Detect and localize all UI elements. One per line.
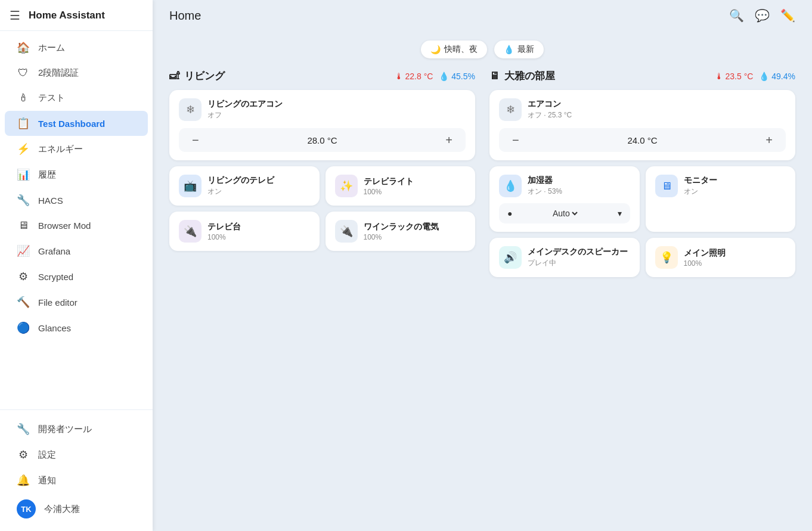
device-icon: 🔌 <box>179 220 202 243</box>
device-status: オフ <box>207 110 283 120</box>
device-card-tv-living[interactable]: 📺 リビングのテレビ オン <box>169 166 320 206</box>
sidebar-item-2fa[interactable]: 🛡2段階認証 <box>5 61 148 85</box>
sidebar-item-file-editor[interactable]: 🔨File editor <box>5 290 148 315</box>
device-header: ✨ テレビライト 100% <box>335 175 466 197</box>
sidebar-item-home[interactable]: 🏠ホーム <box>5 35 148 60</box>
device-card-main-light[interactable]: 💡 メイン照明 100% <box>646 238 796 277</box>
2fa-icon: 🛡 <box>17 67 30 79</box>
topbar-actions: 🔍 💬 ✏️ <box>729 8 795 23</box>
device-card-humidifier[interactable]: 💧 加湿器 オン · 53% ● Auto ▾ <box>489 166 640 232</box>
sidebar-item-user[interactable]: TK 今浦大雅 <box>5 493 148 524</box>
hacs-icon: 🔧 <box>17 194 30 207</box>
room-title: 🛋 リビング <box>169 69 225 83</box>
browser-mod-icon: 🖥 <box>17 219 30 232</box>
device-header: 📺 リビングのテレビ オン <box>179 175 310 197</box>
sidebar-item-scrypted[interactable]: ⚙Scrypted <box>5 264 148 289</box>
room-icon: 🛋 <box>169 70 179 82</box>
room-living: 🛋 リビング 🌡 22.8 °C 💧 45.5% ❄ リビングのエアコン オフ … <box>169 69 475 277</box>
sidebar-item-label: 通知 <box>38 475 56 486</box>
gear-icon: ⚙ <box>17 448 30 461</box>
device-info: テレビライト 100% <box>364 176 414 196</box>
device-status: オフ · 25.3 °C <box>528 110 572 120</box>
temp-minus-button[interactable]: − <box>187 133 204 147</box>
page-title: Home <box>169 9 201 23</box>
device-status: オン · 53% <box>528 187 562 197</box>
home-icon: 🏠 <box>17 41 30 54</box>
device-name: メイン照明 <box>684 248 726 259</box>
humidifier-select-control: ● Auto ▾ <box>499 203 630 223</box>
device-header: 💧 加湿器 オン · 53% <box>499 175 630 197</box>
device-header: ❄ エアコン オフ · 25.3 °C <box>499 98 786 121</box>
droplet-icon: 💧 <box>504 45 514 54</box>
room-name: リビング <box>184 69 225 83</box>
search-button[interactable]: 🔍 <box>729 8 744 23</box>
device-name: 加湿器 <box>528 175 562 186</box>
sidebar-item-history[interactable]: 📊履歴 <box>5 162 148 187</box>
temp-minus-button[interactable]: − <box>507 133 524 147</box>
devices-grid: ❄ エアコン オフ · 25.3 °C − 24.0 °C + 💧 加湿器 オン… <box>489 90 795 277</box>
sidebar-item-label: 開発者ツール <box>38 424 92 435</box>
device-icon: 📺 <box>179 175 202 197</box>
device-card-monitor[interactable]: 🖥 モニター オン <box>646 166 796 232</box>
topbar: Home 🔍 💬 ✏️ <box>153 0 812 31</box>
device-status: オン <box>684 187 717 197</box>
energy-icon: ⚡ <box>17 142 30 156</box>
device-icon: 💧 <box>499 175 522 197</box>
sidebar-item-label: Glances <box>38 323 71 333</box>
sidebar-item-label: Test Dashboard <box>38 119 105 129</box>
mode-select[interactable]: Auto <box>550 208 579 219</box>
room-stats: 🌡 23.5 °C 💧 49.4% <box>715 72 795 81</box>
avatar: TK <box>17 499 36 518</box>
device-card-speaker[interactable]: 🔊 メインデスクのスピーカー プレイ中 <box>489 238 640 277</box>
device-header: 🔊 メインデスクのスピーカー プレイ中 <box>499 246 630 269</box>
temp-stat: 🌡 23.5 °C <box>715 72 754 81</box>
device-info: メインデスクのスピーカー プレイ中 <box>528 247 628 268</box>
device-status: プレイ中 <box>528 258 628 268</box>
sidebar-item-label: Browser Mod <box>38 221 91 231</box>
devices-grid: ❄ リビングのエアコン オフ − 28.0 °C + 📺 リビングのテレビ オン <box>169 90 475 251</box>
sidebar-item-settings[interactable]: ⚙ 設定 <box>5 442 148 467</box>
sidebar-item-dev-tools[interactable]: 🔧 開発者ツール <box>5 417 148 442</box>
device-info: メイン照明 100% <box>684 248 726 268</box>
sidebar-item-label: Scrypted <box>38 272 73 282</box>
device-card-ac-taiga[interactable]: ❄ エアコン オフ · 25.3 °C − 24.0 °C + <box>489 90 795 160</box>
sidebar-item-energy[interactable]: ⚡エネルギー <box>5 136 148 162</box>
temp-stat: 🌡 22.8 °C <box>395 72 433 81</box>
device-card-ac-living[interactable]: ❄ リビングのエアコン オフ − 28.0 °C + <box>169 90 475 160</box>
sidebar-nav: 🏠ホーム🛡2段階認証🕯テスト📋Test Dashboard⚡エネルギー📊履歴🔧H… <box>0 31 153 409</box>
sidebar-item-grafana[interactable]: 📈Grafana <box>5 238 148 263</box>
sidebar-item-browser-mod[interactable]: 🖥Browser Mod <box>5 213 148 238</box>
sidebar-item-glances[interactable]: 🔵Glances <box>5 315 148 340</box>
device-icon: 🔊 <box>499 246 522 269</box>
device-name: リビングのエアコン <box>207 99 283 110</box>
menu-icon[interactable]: ☰ <box>10 8 20 23</box>
app-title: Home Assistant <box>29 10 105 21</box>
sidebar-item-label: Grafana <box>38 246 70 256</box>
file-editor-icon: 🔨 <box>17 296 30 309</box>
device-card-tv-light[interactable]: ✨ テレビライト 100% <box>326 166 476 206</box>
device-card-tv-stand[interactable]: 🔌 テレビ台 100% <box>169 212 320 251</box>
sidebar-item-test[interactable]: 🕯テスト <box>5 86 148 110</box>
temp-plus-button[interactable]: + <box>761 133 777 147</box>
sidebar-item-hacs[interactable]: 🔧HACS <box>5 188 148 213</box>
sidebar-footer: 🔧 開発者ツール ⚙ 設定 🔔 通知 TK 今浦大雅 <box>0 409 153 531</box>
device-name: テレビライト <box>364 176 414 187</box>
glances-icon: 🔵 <box>17 321 30 334</box>
device-info: 加湿器 オン · 53% <box>528 175 562 197</box>
edit-button[interactable]: ✏️ <box>780 8 795 23</box>
room-stats: 🌡 22.8 °C 💧 45.5% <box>395 72 475 81</box>
device-header: 💡 メイン照明 100% <box>655 246 786 269</box>
wrench-icon: 🔧 <box>17 423 30 436</box>
temp-plus-button[interactable]: + <box>441 133 457 147</box>
device-icon: 🖥 <box>655 175 678 197</box>
scrypted-icon: ⚙ <box>17 270 30 283</box>
chat-button[interactable]: 💬 <box>755 8 770 23</box>
device-info: エアコン オフ · 25.3 °C <box>528 99 572 120</box>
sidebar-item-notifications[interactable]: 🔔 通知 <box>5 468 148 493</box>
temp-value: 28.0 °C <box>307 135 337 145</box>
device-icon: ❄ <box>499 98 522 121</box>
device-card-wine-rack[interactable]: 🔌 ワインラックの電気 100% <box>326 212 476 251</box>
device-header: ❄ リビングのエアコン オフ <box>179 98 466 121</box>
sidebar-item-test-dashboard[interactable]: 📋Test Dashboard <box>5 111 148 136</box>
room-taiga-room: 🖥 大雅の部屋 🌡 23.5 °C 💧 49.4% ❄ エアコン オフ · 25… <box>489 69 795 277</box>
